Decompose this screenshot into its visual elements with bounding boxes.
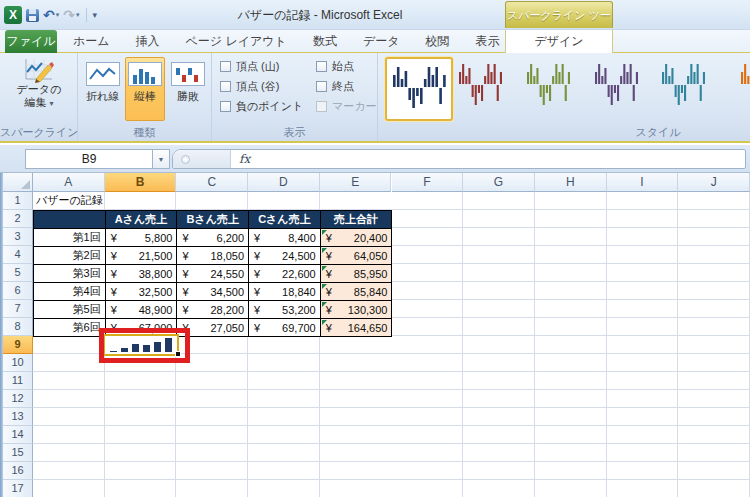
tab-design[interactable]: デザイン: [505, 30, 613, 53]
column-header-I[interactable]: I: [607, 173, 679, 192]
save-button[interactable]: [26, 9, 39, 22]
cell-value: 18,050: [210, 250, 244, 262]
table-value-cell[interactable]: ¥18,050: [177, 247, 249, 265]
table-value-cell[interactable]: ¥24,550: [177, 265, 249, 283]
tab-ホーム[interactable]: ホーム: [60, 30, 123, 53]
checkbox-box[interactable]: [220, 81, 231, 92]
table-value-cell[interactable]: ¥28,200: [177, 301, 249, 319]
row-header-2[interactable]: 2: [3, 210, 33, 228]
checkbox-box[interactable]: [220, 61, 231, 72]
table-value-cell[interactable]: ¥5,800: [106, 229, 178, 247]
sparkline-style-1[interactable]: [385, 57, 453, 121]
table-total-cell[interactable]: ¥20,400: [321, 229, 393, 247]
row-header-7[interactable]: 7: [3, 300, 33, 318]
tab-データ[interactable]: データ: [350, 30, 413, 53]
checkbox-マーカー[interactable]: マーカー: [316, 99, 377, 113]
redo-button[interactable]: ↷▾: [63, 7, 79, 23]
edit-data-button[interactable]: データの 編集 ▾: [8, 57, 70, 110]
table-total-cell[interactable]: ¥85,840: [321, 283, 393, 301]
checkbox-終点[interactable]: 終点: [316, 79, 354, 93]
table-row: 第6回¥67,000¥27,050¥69,700¥164,650: [34, 319, 392, 337]
row-header-8[interactable]: 8: [3, 318, 33, 336]
checkbox-頂点 (山)[interactable]: 頂点 (山): [220, 59, 279, 73]
row-header-17[interactable]: 17: [3, 480, 33, 497]
checkbox-頂点 (谷)[interactable]: 頂点 (谷): [220, 79, 279, 93]
table-value-cell[interactable]: ¥22,600: [249, 265, 321, 283]
insert-function-icon[interactable]: fx: [231, 152, 258, 166]
row-header-3[interactable]: 3: [3, 228, 33, 246]
tab-file[interactable]: ファイル: [5, 30, 57, 53]
sparkline-style-4[interactable]: [594, 62, 638, 110]
table-value-cell[interactable]: ¥32,500: [106, 283, 178, 301]
table-value-cell[interactable]: ¥24,500: [249, 247, 321, 265]
customize-quick-access-toolbar-icon[interactable]: ▾: [93, 10, 97, 20]
row-header-9[interactable]: 9: [3, 336, 33, 354]
currency-symbol: ¥: [326, 304, 332, 316]
table-value-cell[interactable]: ¥18,840: [249, 283, 321, 301]
name-box[interactable]: B9: [25, 149, 153, 169]
undo-icon: ↶: [43, 7, 55, 23]
table-total-cell[interactable]: ¥164,650: [321, 319, 393, 337]
sales-table[interactable]: Aさん売上Bさん売上Cさん売上売上合計第1回¥5,800¥6,200¥8,400…: [33, 210, 392, 337]
table-value-cell[interactable]: ¥53,200: [249, 301, 321, 319]
row-header-16[interactable]: 16: [3, 462, 33, 480]
tab-数式[interactable]: 数式: [300, 30, 350, 53]
sparkline-style-3[interactable]: [526, 62, 570, 110]
column-header-A[interactable]: A: [33, 173, 105, 192]
column-header-F[interactable]: F: [392, 173, 464, 192]
tab-校閲[interactable]: 校閲: [412, 30, 462, 53]
checkbox-負のポイント[interactable]: 負のポイント: [220, 99, 303, 113]
checkbox-始点[interactable]: 始点: [316, 59, 354, 73]
row-header-5[interactable]: 5: [3, 264, 33, 282]
checkbox-box[interactable]: [316, 101, 327, 112]
row-header-1[interactable]: 1: [3, 192, 33, 210]
name-box-dropdown-icon[interactable]: ▼: [153, 149, 170, 169]
undo-dropdown-icon[interactable]: ▾: [56, 11, 60, 19]
row-header-11[interactable]: 11: [3, 372, 33, 390]
undo-button[interactable]: ↶▾: [43, 7, 59, 23]
checkbox-box[interactable]: [316, 61, 327, 72]
tab-ページ レイアウト[interactable]: ページ レイアウト: [173, 30, 300, 53]
toolbar-separator: [86, 8, 87, 22]
table-value-cell[interactable]: ¥48,900: [106, 301, 178, 319]
sparkline-style-6[interactable]: [740, 62, 750, 110]
type-button-line[interactable]: 折れ線: [82, 57, 124, 121]
type-button-winloss[interactable]: 勝敗: [167, 57, 209, 121]
row-header-15[interactable]: 15: [3, 444, 33, 462]
table-row-label: 第4回: [34, 283, 106, 301]
window-left-edge: [0, 173, 3, 497]
table-value-cell[interactable]: ¥69,700: [249, 319, 321, 337]
tab-挿入[interactable]: 挿入: [123, 30, 173, 53]
checkbox-box[interactable]: [316, 81, 327, 92]
column-header-H[interactable]: H: [535, 173, 607, 192]
row-header-14[interactable]: 14: [3, 426, 33, 444]
table-total-cell[interactable]: ¥64,050: [321, 247, 393, 265]
column-header-G[interactable]: G: [463, 173, 535, 192]
excel-app-icon[interactable]: X: [4, 6, 22, 24]
column-header-E[interactable]: E: [320, 173, 392, 192]
checkbox-box[interactable]: [220, 101, 231, 112]
table-value-cell[interactable]: ¥8,400: [249, 229, 321, 247]
row-header-6[interactable]: 6: [3, 282, 33, 300]
table-value-cell[interactable]: ¥21,500: [106, 247, 178, 265]
type-button-column[interactable]: 縦棒: [125, 57, 165, 121]
column-header-D[interactable]: D: [248, 173, 320, 192]
row-header-4[interactable]: 4: [3, 246, 33, 264]
cell-value: 28,200: [210, 304, 244, 316]
sparkline-style-2[interactable]: [458, 62, 502, 110]
table-value-cell[interactable]: ¥6,200: [177, 229, 249, 247]
table-total-cell[interactable]: ¥130,300: [321, 301, 393, 319]
table-total-cell[interactable]: ¥85,950: [321, 265, 393, 283]
column-header-B[interactable]: B: [105, 173, 177, 192]
row-header-10[interactable]: 10: [3, 354, 33, 372]
column-header-C[interactable]: C: [176, 173, 248, 192]
table-header-row: Aさん売上Bさん売上Cさん売上売上合計: [34, 211, 392, 229]
table-value-cell[interactable]: ¥38,800: [106, 265, 178, 283]
table-value-cell[interactable]: ¥34,500: [177, 283, 249, 301]
sparkline-style-5[interactable]: [661, 62, 705, 110]
row-header-13[interactable]: 13: [3, 408, 33, 426]
column-header-J[interactable]: J: [678, 173, 750, 192]
redo-dropdown-icon[interactable]: ▾: [76, 11, 80, 19]
select-all-corner[interactable]: [3, 173, 33, 192]
row-header-12[interactable]: 12: [3, 390, 33, 408]
